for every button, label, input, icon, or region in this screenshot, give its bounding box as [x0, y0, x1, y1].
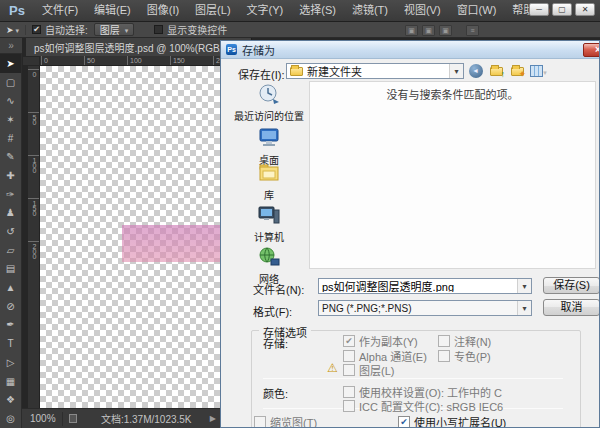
- minimize-button[interactable]: ─: [529, 3, 549, 16]
- dialog-close-button[interactable]: ×: [583, 43, 600, 57]
- menu-item[interactable]: 图层(L): [187, 0, 238, 21]
- save-button[interactable]: 保存(S): [543, 277, 600, 294]
- back-icon[interactable]: ◂: [467, 63, 484, 79]
- pink-layer-rectangle[interactable]: [122, 225, 221, 262]
- save-in-label: 保存在(I):: [238, 66, 284, 82]
- color-label: 颜色:: [263, 385, 288, 401]
- panel-icon[interactable]: ▣: [439, 25, 452, 36]
- dodge-tool[interactable]: ⊘: [0, 297, 21, 316]
- place-label: 库: [264, 187, 274, 202]
- filename-input[interactable]: [322, 280, 515, 292]
- checkbox-box: [343, 386, 355, 398]
- checkbox-box: [32, 25, 41, 34]
- auto-select-target-dropdown[interactable]: 图层: [94, 23, 135, 36]
- zoom-tool[interactable]: ◎: [0, 409, 21, 428]
- dialog-title-bar[interactable]: Ps 存储为: [221, 41, 599, 59]
- dialog-title: 存储为: [242, 42, 275, 58]
- libraries-icon: [257, 162, 281, 186]
- checkbox-box: [398, 416, 410, 428]
- menu-item[interactable]: 窗口(W): [449, 0, 505, 21]
- current-tool-chip[interactable]: ➤: [6, 25, 26, 35]
- rectangular-marquee-tool[interactable]: ▢: [0, 73, 21, 92]
- menu-item[interactable]: 编辑(E): [86, 0, 139, 21]
- cancel-button[interactable]: 取消: [543, 299, 600, 316]
- toolbar-collapse-button[interactable]: »: [0, 38, 22, 54]
- chevron-down-icon[interactable]: [449, 64, 463, 78]
- horizontal-ruler: 050100150200: [40, 56, 222, 66]
- chevron-down-icon: [125, 24, 129, 35]
- maximize-button[interactable]: ▢: [552, 3, 572, 16]
- type-tool[interactable]: T: [0, 334, 21, 353]
- options-bar: ➤ 自动选择: 图层 显示变换控件 ▣ ▣ ▣ ≡: [0, 22, 600, 38]
- menu-item[interactable]: 滤镜(T): [344, 0, 396, 21]
- place-label: 最近访问的位置: [234, 108, 304, 123]
- place-recent-places[interactable]: 最近访问的位置: [229, 83, 309, 123]
- desktop-icon: [257, 127, 281, 151]
- menu-item[interactable]: 图像(I): [139, 0, 187, 21]
- gradient-tool[interactable]: ▤: [0, 260, 21, 279]
- ruler-tick: 0: [41, 56, 48, 65]
- view-menu-icon[interactable]: [530, 63, 547, 79]
- thumbnail-checkbox[interactable]: 缩览图(T): [254, 414, 317, 428]
- format-label: 格式(F):: [253, 303, 292, 319]
- vertical-ruler: 050100150200: [28, 66, 40, 408]
- eraser-tool[interactable]: ▱: [0, 241, 21, 260]
- menu-item[interactable]: 文件(F): [34, 0, 86, 21]
- recent-places-icon: [257, 83, 281, 107]
- lowercase-extension-checkbox[interactable]: 使用小写扩展名(U): [398, 414, 506, 428]
- spot-healing-brush-tool[interactable]: ✚: [0, 166, 21, 185]
- pen-tool[interactable]: ✒: [0, 316, 21, 335]
- ruler-tick: 0: [28, 69, 39, 76]
- menu-item[interactable]: 视图(V): [396, 0, 449, 21]
- save-in-dropdown[interactable]: 新建文件夹: [286, 63, 464, 79]
- annotations-checkbox[interactable]: 注释(N): [438, 333, 491, 349]
- place-libraries[interactable]: 库: [229, 162, 309, 202]
- clone-stamp-tool[interactable]: ♟: [0, 204, 21, 223]
- place-network[interactable]: 网络: [229, 246, 309, 286]
- hand-tool[interactable]: ❖: [0, 390, 21, 409]
- warning-icon: [327, 362, 338, 374]
- checkbox-box: [438, 350, 450, 362]
- chevron-down-icon: [16, 25, 20, 35]
- move-tool[interactable]: ➤: [0, 54, 21, 73]
- zoom-level[interactable]: 100%: [22, 412, 63, 426]
- quick-selection-tool[interactable]: ✶: [0, 110, 21, 129]
- checkbox-label: 作为副本(Y): [359, 333, 418, 349]
- ruler-tick: 100: [127, 56, 142, 65]
- format-dropdown[interactable]: PNG (*.PNG;*.PNS): [318, 300, 532, 316]
- up-one-level-icon[interactable]: ↑: [488, 63, 505, 79]
- lasso-tool[interactable]: ∿: [0, 91, 21, 110]
- canvas-transparency-checkerboard[interactable]: [40, 66, 222, 408]
- menu-item[interactable]: 文字(Y): [239, 0, 292, 21]
- document-tab[interactable]: ps如何调整图层透明度.psd @ 100%(RGB/8) ×: [26, 38, 252, 56]
- panel-icon[interactable]: ≡: [466, 25, 479, 36]
- eyedropper-tool[interactable]: ✎: [0, 147, 21, 166]
- panel-icon[interactable]: ▣: [422, 25, 435, 36]
- close-button[interactable]: ✕: [575, 3, 595, 16]
- ruler-tick: 100: [28, 155, 39, 172]
- status-bar: 100% 文档:1.37M/1023.5K ▶: [22, 408, 222, 428]
- crop-tool[interactable]: #: [0, 129, 21, 148]
- path-selection-tool[interactable]: ▷: [0, 353, 21, 372]
- history-brush-tool[interactable]: ↺: [0, 222, 21, 241]
- show-transform-checkbox[interactable]: 显示变换控件: [154, 22, 227, 37]
- file-list[interactable]: 没有与搜索条件匹配的项。: [309, 81, 596, 269]
- menu-item[interactable]: 选择(S): [291, 0, 344, 21]
- checkbox-label: 缩览图(T): [270, 414, 317, 428]
- rectangle-tool[interactable]: ▦: [0, 372, 21, 391]
- chevron-down-icon[interactable]: [517, 301, 531, 315]
- panel-icon[interactable]: ▣: [405, 25, 418, 36]
- layers-checkbox[interactable]: 图层(L): [343, 362, 394, 378]
- place-desktop[interactable]: 桌面: [229, 127, 309, 167]
- new-folder-icon[interactable]: ✦: [509, 63, 526, 79]
- brush-tool[interactable]: ✑: [0, 185, 21, 204]
- as-copy-checkbox[interactable]: 作为副本(Y): [343, 333, 418, 349]
- spot-colors-checkbox[interactable]: 专色(P): [438, 348, 491, 364]
- store-label: 存储:: [263, 335, 288, 351]
- empty-folder-message: 没有与搜索条件匹配的项。: [310, 82, 595, 102]
- blur-tool[interactable]: ▲: [0, 278, 21, 297]
- place-computer[interactable]: 计算机: [229, 204, 309, 244]
- auto-select-checkbox[interactable]: 自动选择:: [32, 22, 88, 37]
- icc-profile-checkbox[interactable]: ICC 配置文件(C): sRGB IEC6: [343, 398, 503, 414]
- chevron-down-icon[interactable]: [517, 279, 531, 293]
